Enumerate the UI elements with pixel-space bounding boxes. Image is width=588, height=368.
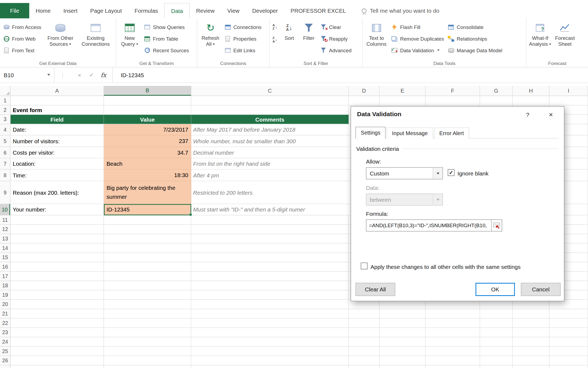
tab-settings[interactable]: Settings <box>356 127 386 138</box>
column-header[interactable]: F <box>426 86 480 96</box>
collapse-dialog-button[interactable] <box>492 219 502 231</box>
cell-field[interactable]: Costs per visitor: <box>11 147 104 158</box>
row-header[interactable]: 5 <box>0 135 10 147</box>
new-query-button[interactable]: New Query <box>117 19 142 60</box>
from-web-button[interactable]: From Web <box>1 34 43 44</box>
ignore-blank-checkbox[interactable]: ✓ <box>448 169 454 176</box>
cell-field[interactable]: Number of visitors: <box>11 135 104 147</box>
text-to-columns-button[interactable]: Text to Columns <box>364 19 389 60</box>
data-validation-button[interactable]: ✓×Data Validation <box>389 45 446 55</box>
row-header[interactable]: 15 <box>0 253 10 262</box>
column-header[interactable]: E <box>379 86 425 96</box>
row-header[interactable]: 13 <box>0 234 10 243</box>
table-header-value[interactable]: Value <box>104 115 191 124</box>
connections-button[interactable]: Connections <box>222 22 263 32</box>
row-header[interactable]: 22 <box>0 318 10 328</box>
row-header[interactable]: 23 <box>0 328 10 337</box>
tab-data[interactable]: Data <box>164 3 190 18</box>
row-header[interactable]: 10 <box>0 204 10 216</box>
column-header[interactable]: C <box>191 86 349 96</box>
insert-function-button[interactable]: fx <box>98 71 109 79</box>
flash-fill-button[interactable]: Flash Fill <box>389 22 446 32</box>
cell-comment[interactable]: From list on the right hand side <box>191 158 349 170</box>
column-header[interactable]: I <box>549 86 588 96</box>
from-text-button[interactable]: From Text <box>1 45 43 55</box>
cell-value[interactable]: 34.7 <box>104 147 191 158</box>
cell-a2-event-form[interactable]: Event form <box>11 105 104 115</box>
properties-button[interactable]: Properties <box>222 34 263 44</box>
apply-all-checkbox[interactable] <box>361 263 368 269</box>
consolidate-button[interactable]: Consolidate <box>446 22 504 32</box>
tab-home[interactable]: Home <box>29 3 57 18</box>
column-header[interactable]: D <box>349 86 380 96</box>
tab-review[interactable]: Review <box>190 3 221 18</box>
cancel-entry-button[interactable]: × <box>74 72 85 78</box>
formula-input[interactable]: =AND(LEFT(B10,3)="ID-",ISNUMBER(RIGHT(B1… <box>366 219 492 231</box>
close-button[interactable]: × <box>544 110 557 120</box>
row-header[interactable]: 24 <box>0 337 10 347</box>
sort-az-button[interactable]: AZ↓ <box>271 22 279 32</box>
sort-za-button[interactable]: ZA↓ <box>271 35 279 45</box>
row-header[interactable]: 25 <box>0 347 10 356</box>
what-if-analysis-button[interactable]: ? What-If Analysis <box>528 19 553 60</box>
row-header[interactable]: 9 <box>0 181 10 204</box>
allow-dropdown[interactable]: Custom <box>366 167 443 179</box>
from-other-sources-button[interactable]: From Other Sources <box>43 19 77 60</box>
cell-comment[interactable]: Must start with "ID-" and then a 5-digit… <box>191 204 349 216</box>
row-header[interactable]: 16 <box>0 262 10 272</box>
tab-page-layout[interactable]: Page Layout <box>84 3 128 18</box>
manage-data-model-button[interactable]: Manage Data Model <box>446 45 504 55</box>
cell-field[interactable]: Your number: <box>11 204 104 216</box>
cell-value[interactable]: Beach <box>104 158 191 170</box>
cell-value[interactable]: Big party for celebrating the summer <box>104 181 191 204</box>
from-table-button[interactable]: From Table <box>142 34 191 44</box>
edit-links-button[interactable]: Edit Links <box>222 45 263 55</box>
row-header[interactable]: 21 <box>0 309 10 318</box>
cell-field[interactable]: Date: <box>11 124 104 136</box>
cell-comment[interactable]: After 4 pm <box>191 170 349 181</box>
cancel-button[interactable]: Cancel <box>521 283 561 296</box>
cell-value[interactable]: 7/23/2017 <box>104 124 191 136</box>
tab-error-alert[interactable]: Error Alert <box>434 128 469 138</box>
table-header-comments[interactable]: Comments <box>191 115 349 124</box>
column-header[interactable]: B <box>104 86 191 96</box>
advanced-filter-button[interactable]: Advanced <box>318 45 353 55</box>
remove-duplicates-button[interactable]: Remove Duplicates <box>389 34 446 44</box>
cell-comment[interactable]: Decimal number <box>191 147 349 158</box>
row-header[interactable]: 8 <box>0 170 10 181</box>
row-header[interactable]: 26 <box>0 356 10 366</box>
formula-bar-input[interactable]: ID-12345 <box>112 67 588 82</box>
name-box[interactable]: B10 <box>0 67 54 82</box>
show-queries-button[interactable]: Show Queries <box>142 22 191 32</box>
tab-view[interactable]: View <box>221 3 246 18</box>
row-header[interactable]: 1 <box>0 96 10 106</box>
forecast-sheet-button[interactable]: Forecast Sheet <box>553 19 577 60</box>
row-header[interactable]: 14 <box>0 243 10 253</box>
tab-formulas[interactable]: Formulas <box>128 3 164 18</box>
cell-comment[interactable]: After May 2017 and before January 2018 <box>191 124 349 136</box>
ok-button[interactable]: OK <box>476 283 515 296</box>
column-header[interactable]: A <box>11 86 104 96</box>
recent-sources-button[interactable]: Recent Sources <box>142 45 191 55</box>
column-header[interactable]: G <box>480 86 512 96</box>
cell-comment[interactable]: Restricted to 200 letters <box>191 181 349 204</box>
row-header[interactable]: 18 <box>0 281 10 291</box>
row-header[interactable]: 12 <box>0 225 10 234</box>
row-header[interactable]: 3 <box>0 115 10 124</box>
row-header[interactable]: 19 <box>0 290 10 300</box>
sort-button[interactable]: ZA↓ Sort <box>279 19 300 60</box>
filter-button[interactable]: Filter <box>299 19 318 60</box>
active-cell-selection[interactable] <box>104 204 191 216</box>
tab-input-message[interactable]: Input Message <box>387 128 433 138</box>
name-box-dropdown-icon[interactable] <box>47 74 50 76</box>
tab-file[interactable]: File <box>0 3 29 18</box>
clear-filter-button[interactable]: ×Clear <box>318 22 353 32</box>
cell-field[interactable]: Time: <box>11 170 104 181</box>
row-header[interactable]: 7 <box>0 158 10 170</box>
tell-me-box[interactable]: Tell me what you want to do <box>352 3 439 18</box>
tab-professor-excel[interactable]: PROFESSOR EXCEL <box>284 3 352 18</box>
column-header[interactable]: H <box>513 86 550 96</box>
row-header[interactable]: 17 <box>0 272 10 281</box>
row-header[interactable]: 27 <box>0 365 10 368</box>
tab-insert[interactable]: Insert <box>57 3 84 18</box>
